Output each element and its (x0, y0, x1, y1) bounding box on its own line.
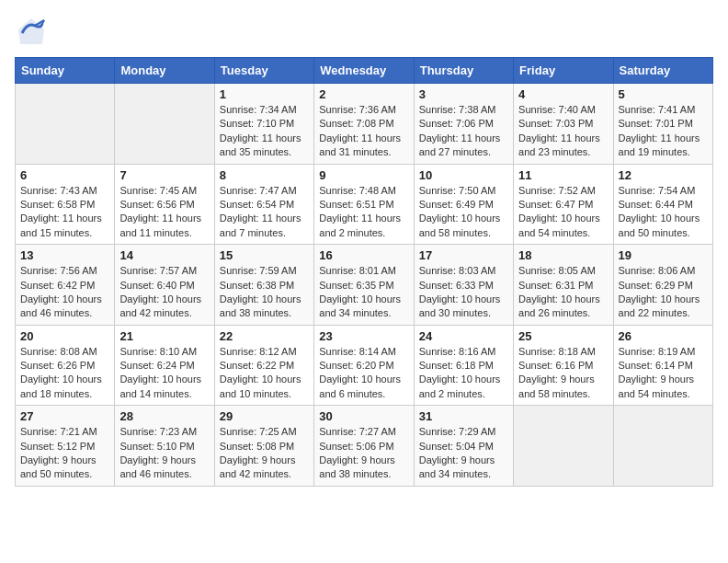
daylight-label: Daylight: 10 hours and 2 minutes. (419, 373, 501, 398)
day-number: 6 (20, 168, 109, 182)
calendar-cell: 8 Sunrise: 7:47 AM Sunset: 6:54 PM Dayli… (214, 164, 313, 245)
sunset-label: Sunset: 6:44 PM (619, 199, 693, 210)
cell-content: Sunrise: 7:23 AM Sunset: 5:10 PM Dayligh… (119, 425, 209, 482)
daylight-label: Daylight: 10 hours and 58 minutes. (419, 213, 501, 237)
day-number: 12 (619, 168, 708, 182)
sunrise-label: Sunrise: 7:38 AM (419, 104, 496, 115)
cell-content: Sunrise: 8:06 AM Sunset: 6:29 PM Dayligh… (619, 264, 708, 321)
sunrise-label: Sunrise: 8:01 AM (319, 265, 396, 276)
sunset-label: Sunset: 6:51 PM (319, 199, 393, 210)
calendar-cell: 17 Sunrise: 8:03 AM Sunset: 6:33 PM Dayl… (414, 245, 513, 326)
calendar-week-row: 13 Sunrise: 7:56 AM Sunset: 6:42 PM Dayl… (16, 245, 713, 326)
sunrise-label: Sunrise: 7:40 AM (518, 104, 596, 115)
cell-content: Sunrise: 8:14 AM Sunset: 6:20 PM Dayligh… (319, 345, 408, 402)
sunset-label: Sunset: 7:08 PM (319, 118, 393, 129)
calendar-cell (514, 406, 613, 487)
day-number: 13 (20, 248, 109, 262)
sunset-label: Sunset: 5:04 PM (419, 441, 494, 452)
day-number: 18 (518, 248, 608, 262)
calendar-cell: 2 Sunrise: 7:36 AM Sunset: 7:08 PM Dayli… (314, 84, 414, 165)
sunset-label: Sunset: 6:38 PM (220, 280, 294, 291)
sunrise-label: Sunrise: 7:45 AM (119, 185, 197, 196)
calendar-cell (613, 406, 712, 487)
sunset-label: Sunset: 5:08 PM (220, 441, 294, 452)
daylight-label: Daylight: 11 hours and 35 minutes. (220, 132, 301, 157)
calendar-week-row: 27 Sunrise: 7:21 AM Sunset: 5:12 PM Dayl… (16, 406, 713, 487)
sunrise-label: Sunrise: 7:54 AM (619, 185, 696, 196)
daylight-label: Daylight: 10 hours and 6 minutes. (319, 373, 401, 398)
day-number: 10 (419, 168, 508, 182)
day-number: 27 (20, 409, 109, 423)
sunrise-label: Sunrise: 7:27 AM (319, 426, 396, 437)
day-number: 4 (518, 87, 608, 101)
day-number: 14 (119, 248, 209, 262)
calendar-cell: 19 Sunrise: 8:06 AM Sunset: 6:29 PM Dayl… (613, 245, 712, 326)
daylight-label: Daylight: 10 hours and 50 minutes. (619, 213, 700, 237)
calendar-cell (16, 84, 115, 165)
sunset-label: Sunset: 7:10 PM (220, 118, 294, 129)
day-number: 7 (119, 168, 209, 182)
sunset-label: Sunset: 6:56 PM (119, 199, 194, 210)
daylight-label: Daylight: 10 hours and 10 minutes. (220, 373, 301, 398)
day-number: 19 (619, 248, 708, 262)
sunrise-label: Sunrise: 8:10 AM (119, 346, 197, 357)
sunset-label: Sunset: 6:58 PM (20, 199, 95, 210)
sunset-label: Sunset: 6:47 PM (518, 199, 593, 210)
daylight-label: Daylight: 11 hours and 27 minutes. (419, 132, 501, 157)
cell-content: Sunrise: 7:54 AM Sunset: 6:44 PM Dayligh… (619, 184, 708, 241)
weekday-header-cell: Tuesday (214, 58, 313, 84)
cell-content: Sunrise: 8:16 AM Sunset: 6:18 PM Dayligh… (419, 345, 508, 402)
day-number: 16 (319, 248, 408, 262)
sunset-label: Sunset: 6:31 PM (518, 280, 593, 291)
sunset-label: Sunset: 6:20 PM (319, 360, 393, 371)
calendar-cell: 30 Sunrise: 7:27 AM Sunset: 5:06 PM Dayl… (314, 406, 414, 487)
sunrise-label: Sunrise: 7:57 AM (119, 265, 197, 276)
daylight-label: Daylight: 9 hours and 50 minutes. (20, 454, 97, 479)
calendar-cell: 9 Sunrise: 7:48 AM Sunset: 6:51 PM Dayli… (314, 164, 414, 245)
cell-content: Sunrise: 7:59 AM Sunset: 6:38 PM Dayligh… (220, 264, 309, 321)
sunrise-label: Sunrise: 7:43 AM (20, 185, 97, 196)
day-number: 20 (20, 329, 109, 343)
calendar-cell: 18 Sunrise: 8:05 AM Sunset: 6:31 PM Dayl… (514, 245, 613, 326)
day-number: 30 (319, 409, 408, 423)
sunrise-label: Sunrise: 7:23 AM (119, 426, 197, 437)
sunset-label: Sunset: 6:35 PM (319, 280, 393, 291)
sunset-label: Sunset: 5:06 PM (319, 441, 393, 452)
day-number: 26 (619, 329, 708, 343)
cell-content: Sunrise: 7:56 AM Sunset: 6:42 PM Dayligh… (20, 264, 109, 321)
calendar-week-row: 6 Sunrise: 7:43 AM Sunset: 6:58 PM Dayli… (16, 164, 713, 245)
cell-content: Sunrise: 7:45 AM Sunset: 6:56 PM Dayligh… (119, 184, 209, 241)
day-number: 5 (619, 87, 708, 101)
calendar-cell: 31 Sunrise: 7:29 AM Sunset: 5:04 PM Dayl… (414, 406, 513, 487)
daylight-label: Daylight: 9 hours and 34 minutes. (419, 454, 495, 479)
cell-content: Sunrise: 7:29 AM Sunset: 5:04 PM Dayligh… (419, 425, 508, 482)
daylight-label: Daylight: 10 hours and 22 minutes. (619, 293, 700, 318)
sunrise-label: Sunrise: 7:25 AM (220, 426, 297, 437)
cell-content: Sunrise: 8:05 AM Sunset: 6:31 PM Dayligh… (518, 264, 608, 321)
daylight-label: Daylight: 10 hours and 14 minutes. (119, 373, 201, 398)
sunrise-label: Sunrise: 8:12 AM (220, 346, 297, 357)
calendar-cell: 11 Sunrise: 7:52 AM Sunset: 6:47 PM Dayl… (514, 164, 613, 245)
calendar-week-row: 20 Sunrise: 8:08 AM Sunset: 6:26 PM Dayl… (16, 325, 713, 406)
cell-content: Sunrise: 7:41 AM Sunset: 7:01 PM Dayligh… (619, 103, 708, 160)
sunset-label: Sunset: 6:33 PM (419, 280, 494, 291)
sunset-label: Sunset: 6:18 PM (419, 360, 494, 371)
day-number: 28 (119, 409, 209, 423)
weekday-header-cell: Sunday (16, 58, 115, 84)
calendar-cell: 26 Sunrise: 8:19 AM Sunset: 6:14 PM Dayl… (613, 325, 712, 406)
daylight-label: Daylight: 10 hours and 30 minutes. (419, 293, 501, 318)
cell-content: Sunrise: 7:40 AM Sunset: 7:03 PM Dayligh… (518, 103, 608, 160)
calendar-cell: 23 Sunrise: 8:14 AM Sunset: 6:20 PM Dayl… (314, 325, 414, 406)
calendar-cell: 4 Sunrise: 7:40 AM Sunset: 7:03 PM Dayli… (514, 84, 613, 165)
sunrise-label: Sunrise: 8:08 AM (20, 346, 97, 357)
calendar-cell: 25 Sunrise: 8:18 AM Sunset: 6:16 PM Dayl… (514, 325, 613, 406)
day-number: 25 (518, 329, 608, 343)
sunset-label: Sunset: 6:26 PM (20, 360, 95, 371)
sunrise-label: Sunrise: 8:19 AM (619, 346, 696, 357)
weekday-header-cell: Monday (115, 58, 214, 84)
day-number: 17 (419, 248, 508, 262)
sunset-label: Sunset: 6:22 PM (220, 360, 294, 371)
daylight-label: Daylight: 10 hours and 26 minutes. (518, 293, 600, 318)
sunrise-label: Sunrise: 8:16 AM (419, 346, 496, 357)
daylight-label: Daylight: 10 hours and 18 minutes. (20, 373, 102, 398)
